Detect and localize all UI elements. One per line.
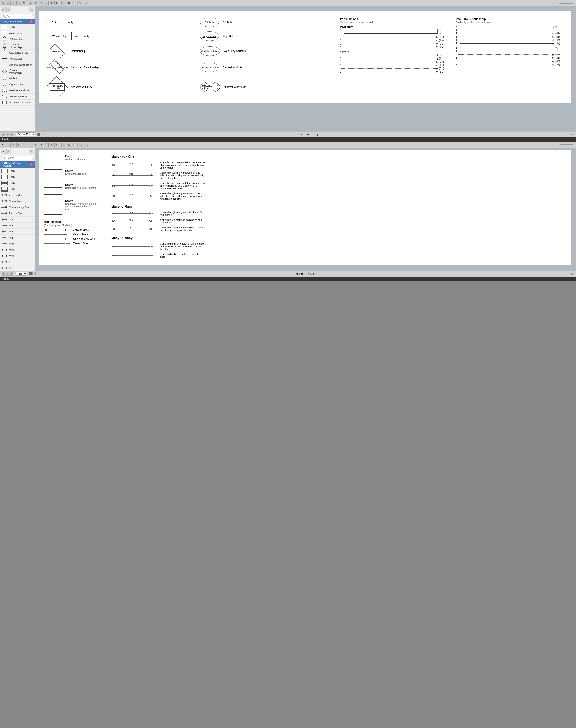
page-btn2-2[interactable] [32,272,35,275]
sidebar-expand-btn[interactable]: ≡ [6,7,11,12]
cf-sidebar-m1-1[interactable]: M:1 [0,216,35,222]
cf-sidebar-mm-3[interactable]: M:M [0,253,35,259]
zoom-slider2[interactable] [559,144,573,145]
sidebar-layout-btn[interactable]: ⊞ [1,7,6,12]
toolbar-btn-pen[interactable]: ✎ [34,1,38,5]
cf-sidebar-mm-2[interactable]: M:M [0,247,35,253]
toolbar2-btn-rect[interactable]: ▭ [6,143,10,147]
cf-sidebar-m1-2[interactable]: M:1 [0,222,35,229]
sidebar-item-weak-entity[interactable]: Weak entity [0,30,35,36]
zoom2-plus-icon[interactable]: + [573,143,575,147]
sidebar-item-derived-attr[interactable]: Derived attribute [0,94,35,100]
toolbar2-btn-note[interactable]: 📋 [72,143,76,147]
toolbar2-btn-t[interactable]: T [22,143,26,147]
cf-sidebar-zero-more[interactable]: Zero or More [0,192,35,198]
page-btn2-3[interactable] [36,272,39,275]
toolbar-btn-note[interactable]: 📋 [72,1,76,5]
zoom-select1[interactable]: Custom 79% [16,132,35,136]
toolbar2-btn-circle[interactable]: ○ [11,143,16,147]
zoom-select2[interactable]: 75% [16,272,27,276]
toolbar-btn-zoom-r[interactable]: ⊞ [54,1,59,5]
sidebar-item-entity[interactable]: Entity [0,24,35,30]
sidebar-item-attribute[interactable]: Attribute [0,75,35,81]
toolbar2-btn-pen[interactable]: ✎ [34,143,38,147]
toolbar2-btn-line[interactable]: ╱ [39,143,44,147]
cf-sidebar-m1-3[interactable]: M:1 [0,229,35,235]
attribute-icon [1,76,8,80]
nav-btn-next[interactable]: › [10,133,13,136]
zoom2-minus-icon[interactable]: − [557,143,559,147]
nav-btn-prev-page[interactable]: ⊲ [2,133,5,136]
toolbar-btn-img[interactable]: 🖼 [66,1,71,5]
toolbar-btn-zoom-in[interactable]: 🔍+ [79,1,83,5]
sidebar-search-box2[interactable]: 🔍 [1,156,34,160]
cf-sidebar-entity2[interactable]: Entity [0,174,35,180]
sidebar-item-identifying-rel[interactable]: Identifying relationship [0,42,35,50]
cf-sidebar-mm-1[interactable]: M:M [0,241,35,247]
toolbar-btn-zoom-out[interactable]: 🔍 [84,1,88,5]
toolbar2-btn-diamond[interactable]: ◇ [17,143,21,147]
toolbar-btn-circle[interactable]: ○ [11,1,16,5]
sidebar-item-assoc-entity[interactable]: Associative entity [0,50,35,56]
toolbar-btn-cursor[interactable]: ↗ [29,1,33,5]
sidebar2-expand-btn[interactable]: ≡ [6,149,11,154]
cf-sidebar-one-more[interactable]: One or More [0,198,35,204]
cf-sidebar-entity1[interactable]: Entity [0,168,35,174]
sidebar-item-key-attr[interactable]: — Key attribute [0,81,35,87]
page-btn2-1[interactable] [29,272,32,275]
page-btn-3[interactable] [44,133,47,136]
toolbar2-btn-move[interactable]: ⊕ [49,143,54,147]
canvas-content1: Entity Entity Attribute Attribute [39,11,572,103]
nav-btn2-next[interactable]: › [10,272,13,276]
cf-sidebar-one-one[interactable]: One and only One [0,204,35,210]
cf-sidebar-entity4[interactable]: Entity [0,186,35,192]
toolbar2-btn-cursor[interactable]: ↗ [29,143,33,147]
zoom-minus-icon[interactable]: − [557,1,559,5]
sidebar-search-btn[interactable]: 🔍 [29,7,34,12]
sidebar-item-relationship[interactable]: Relationship [0,36,35,42]
toolbar-btn-arc[interactable]: ⌒ [44,1,49,5]
toolbar-btn-arrow[interactable]: ↖ [1,1,5,5]
sidebar2-layout-btn[interactable]: ⊞ [1,149,6,154]
cf-zero-one-icon [1,211,8,215]
sidebar-item-recursive-rel[interactable]: Recursive relationship [0,68,35,75]
toolbar-btn-line[interactable]: ╱ [39,1,44,5]
toolbar2-btn-zoom-out[interactable]: 🔍 [84,143,88,147]
cf-sidebar-m1-4[interactable]: M:1 [0,235,35,241]
cf-sidebar-zero-one[interactable]: Zero or One [0,210,35,216]
canvas2[interactable]: Entity (with no attributes) [35,148,576,271]
sidebar-category-close2[interactable]: × [30,163,33,166]
sidebar2-search-btn[interactable]: 🔍 [29,149,34,154]
toolbar2-btn-zoom-in[interactable]: 🔍+ [79,143,83,147]
toolbar-btn-link[interactable]: 🔗 [61,1,66,5]
sidebar-item-participation[interactable]: Participation [0,56,35,62]
zoom-plus-icon[interactable]: + [573,1,575,5]
cf-sidebar-11-2[interactable]: 1:1 [0,265,35,271]
page-btn-2[interactable] [41,133,44,136]
nav-btn-prev[interactable]: ‹ [6,133,9,136]
sidebar-search-input2[interactable] [6,156,32,159]
toolbar2-btn-arc[interactable]: ⌒ [44,143,49,147]
sidebar-category-close1[interactable]: × [30,20,33,23]
cf-sidebar-11-1[interactable]: 1:1 [0,259,35,265]
toolbar-btn-t[interactable]: T [22,1,26,5]
sidebar-search-input1[interactable] [6,15,32,18]
toolbar-btn-rect[interactable]: ▭ [6,1,10,5]
nav-btn2-prev[interactable]: ‹ [6,272,9,276]
zoom-slider1[interactable] [559,3,573,4]
toolbar2-btn-img[interactable]: 🖼 [66,143,71,147]
toolbar2-btn-link[interactable]: 🔗 [61,143,66,147]
sidebar-item-weak-key-attr[interactable]: — Weak key attribute [0,87,35,94]
cf-sidebar-entity3[interactable]: Entity [0,180,35,186]
sidebar-item-multivalue-attr[interactable]: Multivalue attribute [0,100,35,106]
sidebar-search-box1[interactable]: 🔍 [1,14,34,18]
toolbar2-btn-grp[interactable]: ⊞ [54,143,59,147]
canvas1[interactable]: Entity Entity Attribute Attribute [35,6,576,131]
page-btn-1[interactable] [37,133,40,136]
derived-attr-icon [1,94,8,98]
nav-btn2-prev-page[interactable]: ⊲ [2,272,5,276]
toolbar-btn-move[interactable]: ⊕ [49,1,54,5]
toolbar-btn-diamond[interactable]: ◇ [17,1,21,5]
sidebar-item-opt-participation[interactable]: Optional participation [0,62,35,68]
toolbar2-btn-arrow[interactable]: ↖ [1,143,5,147]
